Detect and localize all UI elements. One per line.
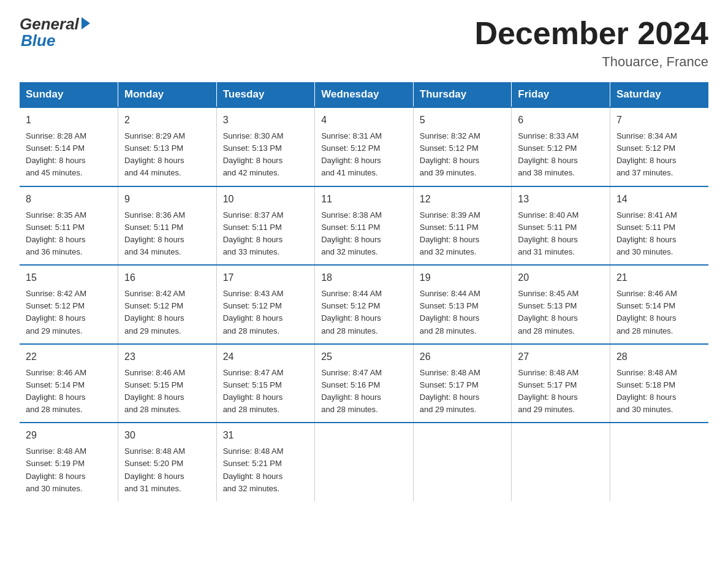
- calendar-day-cell: 5 Sunrise: 8:32 AM Sunset: 5:12 PM Dayli…: [413, 107, 512, 186]
- calendar-day-cell: 2 Sunrise: 8:29 AM Sunset: 5:13 PM Dayli…: [118, 107, 217, 186]
- calendar-day-cell: 16 Sunrise: 8:42 AM Sunset: 5:12 PM Dayl…: [118, 265, 217, 344]
- calendar-day-cell: 23 Sunrise: 8:46 AM Sunset: 5:15 PM Dayl…: [118, 344, 217, 423]
- calendar-day-cell: 15 Sunrise: 8:42 AM Sunset: 5:12 PM Dayl…: [20, 265, 118, 344]
- day-number: 9: [124, 192, 210, 207]
- title-block: December 2024 Thouarce, France: [474, 15, 708, 70]
- calendar-week-row: 1 Sunrise: 8:28 AM Sunset: 5:14 PM Dayli…: [20, 107, 708, 186]
- day-number: 4: [321, 113, 407, 128]
- calendar-week-row: 15 Sunrise: 8:42 AM Sunset: 5:12 PM Dayl…: [20, 265, 708, 344]
- day-number: 23: [124, 350, 210, 364]
- day-number: 27: [518, 350, 604, 364]
- col-friday: Friday: [512, 82, 610, 107]
- calendar-day-cell: 26 Sunrise: 8:48 AM Sunset: 5:17 PM Dayl…: [413, 344, 512, 423]
- col-wednesday: Wednesday: [315, 82, 414, 107]
- calendar-body: 1 Sunrise: 8:28 AM Sunset: 5:14 PM Dayli…: [20, 107, 708, 501]
- calendar-day-cell: 12 Sunrise: 8:39 AM Sunset: 5:11 PM Dayl…: [413, 186, 512, 266]
- day-number: 15: [26, 270, 112, 285]
- calendar-day-cell: 7 Sunrise: 8:34 AM Sunset: 5:12 PM Dayli…: [610, 107, 708, 186]
- day-info: Sunrise: 8:28 AM Sunset: 5:14 PM Dayligh…: [26, 130, 112, 180]
- col-tuesday: Tuesday: [216, 82, 315, 107]
- calendar-day-cell: 10 Sunrise: 8:37 AM Sunset: 5:11 PM Dayl…: [216, 186, 315, 266]
- day-number: 5: [420, 113, 506, 128]
- calendar-day-cell: 3 Sunrise: 8:30 AM Sunset: 5:13 PM Dayli…: [216, 107, 315, 186]
- calendar-day-cell: 13 Sunrise: 8:40 AM Sunset: 5:11 PM Dayl…: [512, 186, 610, 266]
- day-info: Sunrise: 8:33 AM Sunset: 5:12 PM Dayligh…: [518, 130, 604, 180]
- day-info: Sunrise: 8:43 AM Sunset: 5:12 PM Dayligh…: [223, 288, 309, 337]
- calendar-day-cell: 1 Sunrise: 8:28 AM Sunset: 5:14 PM Dayli…: [20, 107, 118, 186]
- calendar-day-cell: 21 Sunrise: 8:46 AM Sunset: 5:14 PM Dayl…: [610, 265, 708, 344]
- day-number: 7: [616, 113, 702, 128]
- logo-arrow-icon: [82, 17, 90, 29]
- day-info: Sunrise: 8:29 AM Sunset: 5:13 PM Dayligh…: [124, 130, 210, 180]
- day-number: 17: [223, 270, 309, 285]
- day-number: 25: [321, 350, 407, 364]
- calendar-day-cell: 28 Sunrise: 8:48 AM Sunset: 5:18 PM Dayl…: [610, 344, 708, 423]
- header-row: Sunday Monday Tuesday Wednesday Thursday…: [20, 82, 708, 107]
- month-title: December 2024: [474, 15, 708, 52]
- day-info: Sunrise: 8:44 AM Sunset: 5:12 PM Dayligh…: [321, 288, 407, 337]
- col-sunday: Sunday: [20, 82, 118, 107]
- day-number: 10: [223, 192, 309, 207]
- calendar-day-cell: 18 Sunrise: 8:44 AM Sunset: 5:12 PM Dayl…: [315, 265, 414, 344]
- day-number: 20: [518, 270, 604, 285]
- day-number: 8: [26, 192, 112, 207]
- day-number: 16: [124, 270, 210, 285]
- day-number: 21: [616, 270, 702, 285]
- day-number: 14: [616, 192, 702, 207]
- day-number: 12: [420, 192, 506, 207]
- day-info: Sunrise: 8:46 AM Sunset: 5:14 PM Dayligh…: [616, 288, 702, 337]
- day-info: Sunrise: 8:36 AM Sunset: 5:11 PM Dayligh…: [124, 209, 210, 259]
- day-info: Sunrise: 8:32 AM Sunset: 5:12 PM Dayligh…: [420, 130, 506, 180]
- calendar-week-row: 8 Sunrise: 8:35 AM Sunset: 5:11 PM Dayli…: [20, 186, 708, 266]
- day-number: 26: [420, 350, 506, 364]
- day-info: Sunrise: 8:48 AM Sunset: 5:19 PM Dayligh…: [26, 445, 112, 495]
- day-number: 31: [223, 428, 309, 443]
- day-number: 29: [26, 428, 112, 443]
- day-number: 13: [518, 192, 604, 207]
- calendar-day-cell: [610, 423, 708, 501]
- day-info: Sunrise: 8:40 AM Sunset: 5:11 PM Dayligh…: [518, 209, 604, 259]
- page-header: General Blue December 2024 Thouarce, Fra…: [20, 15, 708, 70]
- day-number: 2: [124, 113, 210, 128]
- day-info: Sunrise: 8:46 AM Sunset: 5:14 PM Dayligh…: [26, 367, 112, 416]
- calendar-day-cell: 29 Sunrise: 8:48 AM Sunset: 5:19 PM Dayl…: [20, 423, 118, 501]
- day-info: Sunrise: 8:48 AM Sunset: 5:17 PM Dayligh…: [518, 367, 604, 416]
- day-info: Sunrise: 8:44 AM Sunset: 5:13 PM Dayligh…: [420, 288, 506, 337]
- calendar-day-cell: 6 Sunrise: 8:33 AM Sunset: 5:12 PM Dayli…: [512, 107, 610, 186]
- calendar-day-cell: 17 Sunrise: 8:43 AM Sunset: 5:12 PM Dayl…: [216, 265, 315, 344]
- calendar-day-cell: 31 Sunrise: 8:48 AM Sunset: 5:21 PM Dayl…: [216, 423, 315, 501]
- day-info: Sunrise: 8:42 AM Sunset: 5:12 PM Dayligh…: [124, 288, 210, 337]
- location-label: Thouarce, France: [474, 54, 708, 70]
- calendar-day-cell: 22 Sunrise: 8:46 AM Sunset: 5:14 PM Dayl…: [20, 344, 118, 423]
- calendar-day-cell: 25 Sunrise: 8:47 AM Sunset: 5:16 PM Dayl…: [315, 344, 414, 423]
- day-info: Sunrise: 8:37 AM Sunset: 5:11 PM Dayligh…: [223, 209, 309, 259]
- calendar-day-cell: 9 Sunrise: 8:36 AM Sunset: 5:11 PM Dayli…: [118, 186, 217, 266]
- calendar-day-cell: 4 Sunrise: 8:31 AM Sunset: 5:12 PM Dayli…: [315, 107, 414, 186]
- day-info: Sunrise: 8:48 AM Sunset: 5:18 PM Dayligh…: [616, 367, 702, 416]
- calendar-day-cell: 27 Sunrise: 8:48 AM Sunset: 5:17 PM Dayl…: [512, 344, 610, 423]
- day-number: 18: [321, 270, 407, 285]
- calendar-table: Sunday Monday Tuesday Wednesday Thursday…: [20, 82, 708, 501]
- calendar-day-cell: [512, 423, 610, 501]
- day-info: Sunrise: 8:35 AM Sunset: 5:11 PM Dayligh…: [26, 209, 112, 259]
- col-thursday: Thursday: [413, 82, 512, 107]
- day-info: Sunrise: 8:48 AM Sunset: 5:20 PM Dayligh…: [124, 445, 210, 495]
- day-info: Sunrise: 8:31 AM Sunset: 5:12 PM Dayligh…: [321, 130, 407, 180]
- day-number: 1: [26, 113, 112, 128]
- day-number: 28: [616, 350, 702, 364]
- col-monday: Monday: [118, 82, 217, 107]
- day-number: 3: [223, 113, 309, 128]
- logo: General Blue: [20, 15, 90, 50]
- calendar-day-cell: 11 Sunrise: 8:38 AM Sunset: 5:11 PM Dayl…: [315, 186, 414, 266]
- day-number: 6: [518, 113, 604, 128]
- calendar-day-cell: 24 Sunrise: 8:47 AM Sunset: 5:15 PM Dayl…: [216, 344, 315, 423]
- day-info: Sunrise: 8:38 AM Sunset: 5:11 PM Dayligh…: [321, 209, 407, 259]
- day-number: 22: [26, 350, 112, 364]
- day-info: Sunrise: 8:47 AM Sunset: 5:16 PM Dayligh…: [321, 367, 407, 416]
- calendar-week-row: 29 Sunrise: 8:48 AM Sunset: 5:19 PM Dayl…: [20, 423, 708, 501]
- day-info: Sunrise: 8:41 AM Sunset: 5:11 PM Dayligh…: [616, 209, 702, 259]
- calendar-day-cell: [315, 423, 414, 501]
- day-info: Sunrise: 8:34 AM Sunset: 5:12 PM Dayligh…: [616, 130, 702, 180]
- day-info: Sunrise: 8:48 AM Sunset: 5:17 PM Dayligh…: [420, 367, 506, 416]
- day-info: Sunrise: 8:30 AM Sunset: 5:13 PM Dayligh…: [223, 130, 309, 180]
